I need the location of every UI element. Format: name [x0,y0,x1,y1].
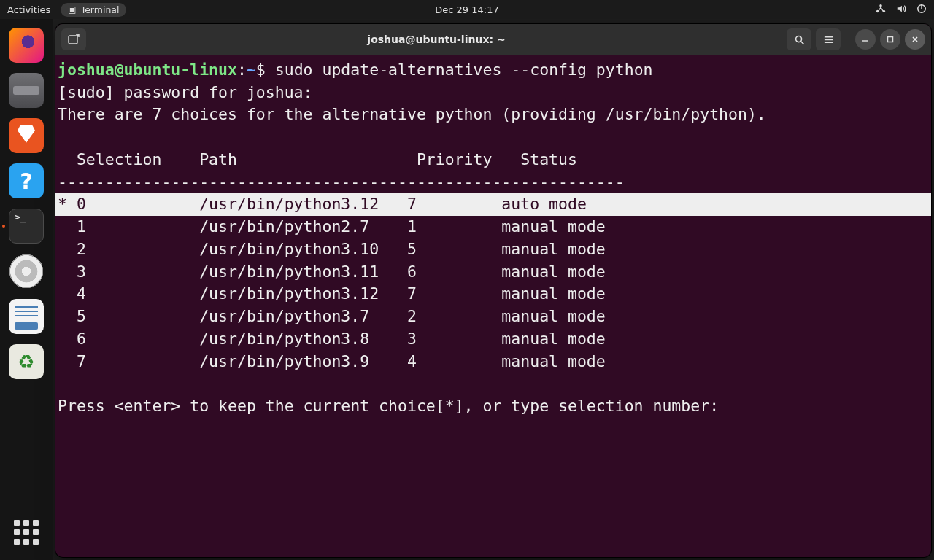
dock-text-editor[interactable] [9,299,44,334]
dock-firefox[interactable] [9,28,44,63]
dock-terminal[interactable] [9,209,44,244]
dock: ? [0,19,53,560]
power-icon[interactable] [916,4,927,15]
alternatives-row: 3 /usr/bin/python3.11 6 manual mode [55,261,931,284]
network-icon[interactable] [876,4,886,15]
terminal-line: [sudo] password for joshua: [55,82,931,104]
gnome-topbar: Activities ▣ Terminal Dec 29 14:17 [0,0,934,19]
sound-icon[interactable] [896,4,906,15]
terminal-line [55,126,931,149]
alternatives-row: 4 /usr/bin/python3.12 7 manual mode [55,283,931,306]
svg-rect-4 [921,4,922,9]
activities-button[interactable]: Activities [7,4,50,15]
svg-rect-7 [888,37,893,42]
terminal-line: joshua@ubuntu-linux:~$ sudo update-alter… [55,59,931,82]
dock-software[interactable] [9,118,44,153]
minimize-button[interactable] [855,29,876,50]
alternatives-row-selected: * 0 /usr/bin/python3.12 7 auto mode [55,193,931,216]
dock-disks[interactable] [9,254,44,289]
terminal-window: joshua@ubuntu-linux: ~ joshua@ubuntu-lin… [55,24,931,557]
terminal-output[interactable]: joshua@ubuntu-linux:~$ sudo update-alter… [55,55,931,557]
alternatives-row: 1 /usr/bin/python2.7 1 manual mode [55,216,931,238]
new-tab-button[interactable] [61,28,86,50]
show-applications-button[interactable] [12,518,41,547]
app-menu[interactable]: ▣ Terminal [61,3,126,17]
window-title: joshua@ubuntu-linux: ~ [90,34,782,45]
hamburger-menu-button[interactable] [816,28,841,50]
app-menu-label: Terminal [81,4,120,15]
alternatives-row: 6 /usr/bin/python3.8 3 manual mode [55,328,931,351]
maximize-button[interactable] [880,29,900,50]
window-titlebar[interactable]: joshua@ubuntu-linux: ~ [55,24,931,55]
terminal-line [55,373,931,395]
terminal-line: There are 7 choices for the alternative … [55,104,931,126]
svg-point-6 [795,36,801,42]
dock-files[interactable] [9,73,44,108]
clock[interactable]: Dec 29 14:17 [435,4,498,15]
svg-rect-5 [69,36,77,44]
search-button[interactable] [787,28,811,50]
terminal-line: ----------------------------------------… [55,171,931,194]
terminal-line: Press <enter> to keep the current choice… [55,395,931,418]
alternatives-row: 5 /usr/bin/python3.7 2 manual mode [55,306,931,328]
dock-help[interactable]: ? [9,163,44,198]
terminal-line: Selection Path Priority Status [55,149,931,171]
dock-trash[interactable] [9,344,44,379]
terminal-indicator-icon: ▣ [68,5,76,14]
close-button[interactable] [905,29,925,50]
alternatives-row: 7 /usr/bin/python3.9 4 manual mode [55,351,931,373]
alternatives-row: 2 /usr/bin/python3.10 5 manual mode [55,238,931,261]
